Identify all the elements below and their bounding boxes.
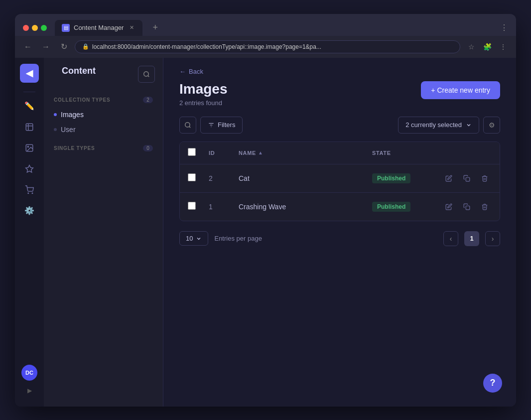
create-entry-label: + Create new entry: [431, 86, 490, 94]
row-1-name: Cat: [239, 174, 372, 182]
tab-close-btn[interactable]: ✕: [128, 24, 135, 32]
row-1-edit-btn[interactable]: [442, 171, 456, 185]
back-arrow-icon: ←: [179, 68, 186, 75]
filters-btn[interactable]: Filters: [200, 117, 243, 134]
profile-btn[interactable]: ⋮: [496, 40, 510, 54]
table-header: ID NAME ▲ STATE: [180, 142, 500, 164]
traffic-light-maximize[interactable]: [41, 25, 47, 31]
tab-favicon: ▤: [62, 24, 70, 32]
table-row: 1 Crashing Wave Published: [180, 193, 500, 221]
content-sidebar: Content COLLECTION TYPES 2 Images User: [44, 58, 163, 407]
back-link[interactable]: ← Back: [179, 68, 500, 75]
address-bar[interactable]: 🔒 localhost:8000/admin/content-manager/c…: [75, 40, 460, 53]
sidebar-item-user[interactable]: User: [44, 122, 163, 137]
pagination: 10 Entries per page ‹ 1 ›: [179, 231, 500, 246]
collection-types-header: COLLECTION TYPES 2: [44, 93, 163, 107]
sidebar-icon-cart[interactable]: [20, 181, 38, 199]
entries-count: 2 entries found: [179, 99, 228, 107]
main-content: ← Back Images 2 entries found + Create n…: [163, 58, 516, 407]
svg-point-2: [27, 146, 28, 147]
next-page-btn[interactable]: ›: [485, 231, 500, 246]
new-tab-btn[interactable]: +: [148, 22, 162, 33]
expand-sidebar-btn[interactable]: ▶: [23, 385, 35, 397]
toolbar-left: Filters: [179, 117, 243, 134]
back-label: Back: [189, 68, 203, 75]
row-2-actions: [442, 200, 492, 214]
svg-point-3: [28, 193, 29, 194]
sidebar-item-images-label: Images: [61, 111, 84, 119]
inactive-bullet: [54, 128, 57, 131]
url-text: localhost:8000/admin/content-manager/col…: [92, 43, 321, 50]
row-1-status-badge: Published: [372, 173, 410, 183]
per-page-select[interactable]: 10: [179, 231, 208, 246]
row-1-checkbox[interactable]: [188, 173, 196, 181]
browser-tab[interactable]: ▤ Content Manager ✕: [55, 20, 142, 36]
traffic-light-close[interactable]: [23, 25, 29, 31]
page-title: Images: [179, 81, 228, 97]
sidebar-item-user-label: User: [61, 126, 76, 134]
create-entry-btn[interactable]: + Create new entry: [421, 81, 500, 99]
svg-point-5: [144, 71, 148, 76]
per-page-value: 10: [186, 235, 193, 242]
help-btn[interactable]: ?: [483, 374, 502, 393]
table-settings-btn[interactable]: ⚙: [483, 117, 500, 134]
sidebar-icon-plugins[interactable]: [20, 160, 38, 178]
sidebar-icon-image[interactable]: [20, 139, 38, 157]
app-logo[interactable]: ◀: [20, 64, 39, 83]
toolbar-right: 2 currently selected ⚙: [398, 117, 500, 134]
select-all-checkbox[interactable]: [188, 148, 196, 156]
table-row: 2 Cat Published: [180, 164, 500, 193]
filters-label: Filters: [218, 121, 235, 129]
user-avatar[interactable]: DC: [21, 365, 37, 381]
sidebar-icon-content[interactable]: ✏️: [20, 97, 38, 115]
sidebar-icon-settings[interactable]: ⚙️: [20, 202, 38, 220]
sidebar-title: Content: [52, 66, 106, 82]
row-2-id: 1: [209, 203, 239, 211]
prev-page-btn[interactable]: ‹: [443, 231, 458, 246]
row-1-id: 2: [209, 174, 239, 182]
tab-title: Content Manager: [74, 24, 124, 31]
per-page-label: Entries per page: [214, 235, 262, 242]
col-header-name[interactable]: NAME ▲: [239, 150, 372, 156]
svg-rect-10: [466, 177, 470, 181]
single-types-label: SINGLE TYPES: [54, 145, 95, 151]
table-search-btn[interactable]: [179, 117, 196, 134]
sort-icon: ▲: [258, 150, 264, 155]
current-page: 1: [464, 231, 479, 246]
selected-count-label: 2 currently selected: [405, 121, 462, 129]
page-header: Images 2 entries found + Create new entr…: [179, 81, 500, 107]
row-1-delete-btn[interactable]: [478, 171, 492, 185]
sidebar-search-btn[interactable]: [138, 66, 155, 83]
row-2-delete-btn[interactable]: [478, 200, 492, 214]
data-table: ID NAME ▲ STATE 2 Cat Publi: [179, 141, 500, 221]
collection-types-label: COLLECTION TYPES: [54, 97, 110, 103]
col-header-state: STATE: [372, 150, 442, 156]
row-2-name: Crashing Wave: [239, 203, 372, 211]
collection-types-badge: 2: [143, 97, 153, 103]
lock-icon: 🔒: [82, 43, 89, 50]
nav-forward-btn[interactable]: →: [39, 40, 53, 54]
svg-rect-11: [466, 206, 470, 210]
active-bullet: [54, 113, 57, 116]
sidebar-icon-media[interactable]: [20, 118, 38, 136]
col-header-id: ID: [209, 150, 239, 156]
sidebar-item-images[interactable]: Images: [44, 107, 163, 122]
bookmark-btn[interactable]: ☆: [464, 40, 478, 54]
row-2-copy-btn[interactable]: [460, 200, 474, 214]
table-toolbar: Filters 2 currently selected ⚙: [179, 117, 500, 134]
extension-btn[interactable]: 🧩: [480, 40, 494, 54]
single-types-header: SINGLE TYPES 0: [44, 141, 163, 155]
single-types-badge: 0: [143, 145, 153, 151]
sidebar-divider: [23, 92, 35, 92]
row-2-checkbox[interactable]: [188, 202, 196, 210]
row-1-copy-btn[interactable]: [460, 171, 474, 185]
nav-back-btn[interactable]: ←: [21, 40, 35, 54]
row-2-status-badge: Published: [372, 202, 410, 212]
svg-point-6: [185, 122, 190, 127]
icon-sidebar: ◀ ✏️ ⚙️: [15, 58, 44, 407]
traffic-light-minimize[interactable]: [32, 25, 38, 31]
browser-menu-btn[interactable]: ⋮: [500, 23, 508, 32]
nav-refresh-btn[interactable]: ↻: [57, 40, 71, 54]
selected-dropdown-btn[interactable]: 2 currently selected: [398, 117, 479, 134]
row-2-edit-btn[interactable]: [442, 200, 456, 214]
